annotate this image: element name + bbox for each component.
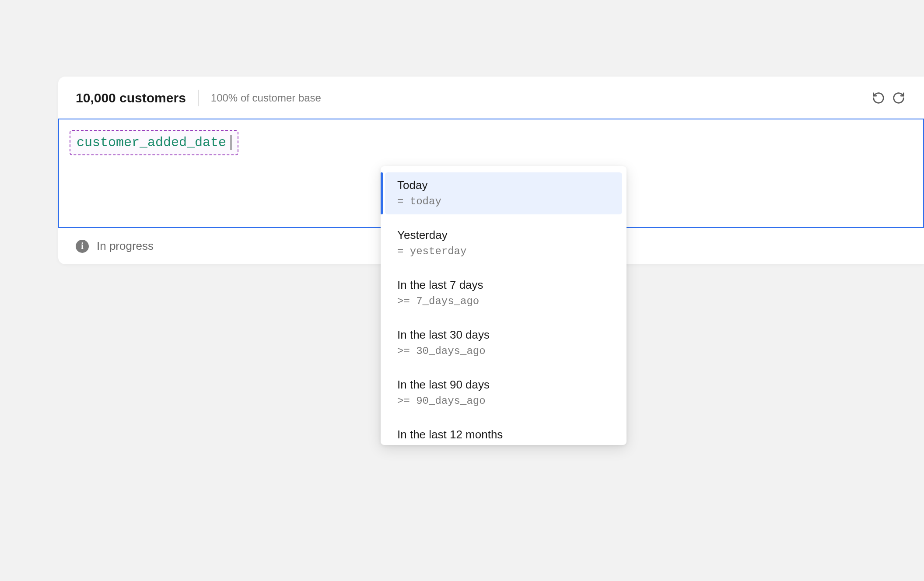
dropdown-item-code: >= 30_days_ago [397, 345, 610, 357]
dropdown-item[interactable]: Yesterday= yesterday [385, 222, 622, 264]
dropdown-item[interactable]: In the last 30 days>= 30_days_ago [385, 322, 622, 364]
dropdown-item-code: >= 90_days_ago [397, 395, 610, 407]
dropdown-item[interactable]: In the last 7 days>= 7_days_ago [385, 272, 622, 314]
percentage-text: 100% of customer base [211, 92, 321, 104]
dropdown-item-label: In the last 12 months [397, 428, 610, 441]
dropdown-item[interactable]: Today= today [385, 172, 622, 214]
query-token-text: customer_added_date [77, 135, 226, 150]
undo-icon [872, 91, 885, 105]
status-text: In progress [97, 239, 154, 253]
info-icon: i [76, 240, 89, 253]
dropdown-item[interactable]: In the last 90 days>= 90_days_ago [385, 372, 622, 414]
redo-button[interactable] [891, 90, 906, 106]
dropdown-item-label: Today [397, 178, 610, 192]
dropdown-item-code: = today [397, 196, 610, 207]
dropdown-item-code: = yesterday [397, 245, 610, 257]
dropdown-item-code: >= 7_days_ago [397, 295, 610, 307]
dropdown-item-label: In the last 30 days [397, 328, 610, 342]
date-suggestions-dropdown: Today= todayYesterday= yesterdayIn the l… [381, 166, 626, 445]
undo-redo-group [871, 90, 906, 106]
dropdown-item[interactable]: In the last 12 months [385, 422, 622, 441]
dropdown-item-label: In the last 90 days [397, 378, 610, 392]
dropdown-item-label: In the last 7 days [397, 278, 610, 292]
undo-button[interactable] [871, 90, 886, 106]
dropdown-item-label: Yesterday [397, 228, 610, 242]
redo-icon [892, 91, 905, 105]
text-cursor [231, 135, 231, 150]
card-header: 10,000 customers 100% of customer base [58, 77, 924, 119]
query-token[interactable]: customer_added_date [70, 130, 238, 155]
vertical-divider [198, 90, 199, 106]
customer-count: 10,000 customers [76, 91, 186, 105]
